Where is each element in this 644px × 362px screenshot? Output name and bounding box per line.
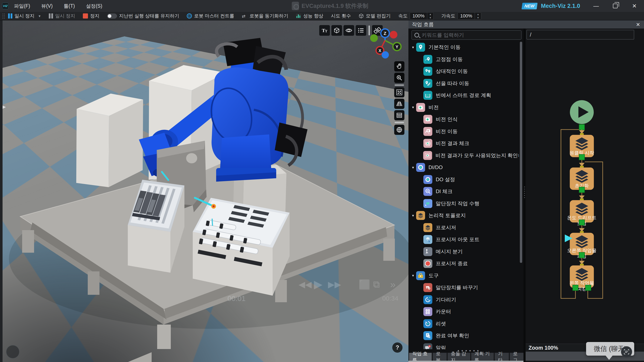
tree-category-10[interactable]: ▼DI/DO — [409, 162, 519, 174]
close-panel-icon[interactable]: ✕ — [635, 21, 642, 28]
tree-item-4[interactable]: ▼빈에서 스마트 경로 계획 — [409, 89, 519, 101]
tree-item-24[interactable]: ▼완료 여부 확인 — [409, 330, 519, 342]
tree-label: 리셋 — [436, 320, 446, 327]
toolbar-grip[interactable] — [2, 13, 5, 19]
tree-expand-icon[interactable]: ▼ — [412, 214, 415, 217]
tree-item-7[interactable]: ▼비전 이동 — [409, 126, 519, 138]
menu-file[interactable]: 파일(F) — [8, 0, 36, 12]
spin-down-icon[interactable]: ▼ — [427, 16, 434, 19]
pause-button[interactable]: 일시 정지▼ — [8, 13, 41, 19]
tree-item-11[interactable]: ▼DO 설정 — [409, 174, 519, 186]
wechat-button[interactable] — [621, 346, 632, 357]
keep-state-toggle[interactable]: 지난번 실행 상태를 유지하기 — [107, 13, 179, 19]
perspective-button[interactable] — [394, 99, 404, 109]
tree-expand-icon[interactable]: ▼ — [412, 106, 415, 109]
sync-robot-icon: ⇄ — [242, 14, 248, 18]
tree-expand-icon[interactable]: ▼ — [412, 166, 415, 169]
menu-view[interactable]: 뷰(V) — [36, 0, 58, 12]
tree-item-12[interactable]: ▼DIDI 체크 — [409, 185, 519, 197]
tree-item-18[interactable]: ▼프로시저 종료 — [409, 258, 519, 270]
tree-item-16[interactable]: ▼프로시저 아웃 포트 — [409, 233, 519, 246]
tree-category-14[interactable]: ▼논리적 토폴로지 — [409, 209, 519, 222]
panel-expand-arrow[interactable]: ▶ — [2, 104, 6, 109]
graph-path-input[interactable]: / — [526, 30, 634, 39]
eye-button[interactable] — [344, 25, 354, 36]
cube-view-button[interactable] — [331, 25, 342, 36]
globe-button[interactable] — [394, 125, 404, 135]
master-control-icon — [187, 13, 192, 18]
tree-expand-icon[interactable]: ▼ — [412, 274, 415, 277]
title-bar: VIZ 파일(F) 뷰(V) 툴(T) 설정(S) EVCapture4.1.9… — [0, 0, 644, 12]
menu-settings[interactable]: 설정(S) — [80, 0, 108, 12]
spin-up-icon[interactable]: ▲ — [475, 12, 481, 16]
model-editor-button[interactable]: 모델 편집기 — [359, 13, 390, 19]
tree-label: 완료 여부 확인 — [436, 332, 469, 339]
stop-button[interactable]: 정지 — [83, 13, 100, 19]
tree-item-8[interactable]: ▼비전 결과 체크 — [409, 137, 519, 150]
tab-5[interactable]: 로그 — [510, 353, 524, 361]
restore-button[interactable] — [606, 0, 625, 12]
tab-0[interactable]: 작업 흐름 — [409, 353, 432, 361]
svg-text:1: 1 — [426, 309, 427, 311]
tree-item-2[interactable]: ▼상대적인 이동 — [409, 65, 519, 77]
menu-tools[interactable]: 툴(T) — [58, 0, 80, 12]
tree-category-5[interactable]: ▼비전 — [409, 101, 519, 114]
tree-label: 상대적인 이동 — [436, 68, 468, 75]
tab-3[interactable]: 계획 기록 — [471, 353, 494, 361]
tree-item-22[interactable]: ▼1234카운터 — [409, 306, 519, 318]
zoom-tool-button[interactable] — [394, 73, 404, 83]
layers-panel-button[interactable] — [394, 110, 404, 120]
white-box-left — [76, 94, 143, 187]
panel-splitter[interactable] — [524, 28, 526, 362]
tab-2[interactable]: 충돌 감지 — [448, 353, 470, 361]
text-label-button[interactable]: TT — [319, 25, 330, 36]
sync-robot-button[interactable]: ⇄로봇을 동기화하기 — [242, 13, 288, 19]
tree-category-0[interactable]: ▼기본적인 이동 — [409, 41, 519, 53]
svg-text:DI: DI — [426, 190, 429, 192]
accel-spinner[interactable]: 100%▲▼ — [458, 12, 481, 19]
tree-item-1[interactable]: ▼고정점 이동 — [409, 53, 519, 65]
camera-icon — [416, 103, 425, 112]
toggle-off-icon[interactable] — [107, 14, 117, 18]
search-input[interactable]: 키워드를 입력하기 — [412, 30, 522, 40]
viewport-3d[interactable]: ◀◀ ▶ ▶▶ ⬜ ⧉ » 00:34 00:01 ▶ ? TT Z Y X — [2, 20, 408, 362]
minimize-button[interactable]: — — [586, 0, 606, 12]
fit-view-button[interactable] — [394, 87, 404, 97]
tree-item-3[interactable]: ▼선을 따라 이동 — [409, 77, 519, 90]
tree-item-13[interactable]: ▼말단장치 작업 수행 — [409, 197, 519, 210]
new-badge: NEW — [522, 3, 538, 9]
tree-item-6[interactable]: ▼비전 인식 — [409, 113, 519, 126]
pan-tool-button[interactable] — [394, 61, 404, 71]
tree-category-19[interactable]: ▼도구 — [409, 270, 519, 282]
tree-expand-icon[interactable]: ▼ — [412, 45, 415, 49]
tree-item-23[interactable]: ▼리셋 — [409, 318, 519, 330]
pause-secondary-button[interactable]: 일시 정지 — [49, 13, 75, 19]
attempts-button[interactable]: 시도 횟수 — [331, 13, 351, 19]
speed-spinner[interactable]: 100%▲▼ — [410, 12, 434, 19]
tab-4[interactable]: 기타 — [494, 353, 509, 361]
workflow-graph-panel: / 원클릭 시작 초기화 온도 드리프트보정 오른쪽 작업물피킹 왼쪽 작업물피… — [526, 28, 644, 362]
list-button[interactable] — [356, 25, 366, 36]
graph-canvas[interactable]: 원클릭 시작 초기화 온도 드리프트보정 오른쪽 작업물피킹 왼쪽 작업물피킹 — [526, 40, 644, 344]
tree-item-25[interactable]: ▼1알림 — [409, 342, 519, 350]
help-button[interactable]: ? — [392, 343, 402, 353]
counter-icon: 1234 — [423, 307, 432, 316]
performance-button[interactable]: 성능 향상 — [296, 13, 323, 19]
tree-item-15[interactable]: ▼프로시저 — [409, 222, 519, 234]
tree-item-9[interactable]: ▼비전 결과가 모두 사용되었는지 확인하기 — [409, 150, 519, 162]
toolbox-icon — [416, 271, 425, 280]
tree-label: 말단장치를 바꾸기 — [436, 284, 478, 291]
ghost-time: 00:34 — [382, 295, 398, 302]
speed-control: 속도 100%▲▼ — [398, 12, 434, 19]
master-control-button[interactable]: 로봇 마스터 컨트롤 — [187, 13, 234, 19]
spin-up-icon[interactable]: ▲ — [427, 12, 434, 16]
tab-1[interactable]: 로봇 — [432, 353, 447, 361]
scrollbar[interactable] — [520, 42, 522, 263]
tree-item-21[interactable]: ▼기다리기 — [409, 294, 519, 306]
tree-label: 말단장치 작업 수행 — [436, 200, 480, 207]
stop-icon — [83, 13, 88, 18]
close-button[interactable]: ✕ — [625, 0, 644, 12]
spin-down-icon[interactable]: ▼ — [475, 16, 481, 19]
tree-item-20[interactable]: ▼말단장치를 바꾸기 — [409, 282, 519, 294]
tree-item-17[interactable]: ▼메시지 분기 — [409, 246, 519, 258]
